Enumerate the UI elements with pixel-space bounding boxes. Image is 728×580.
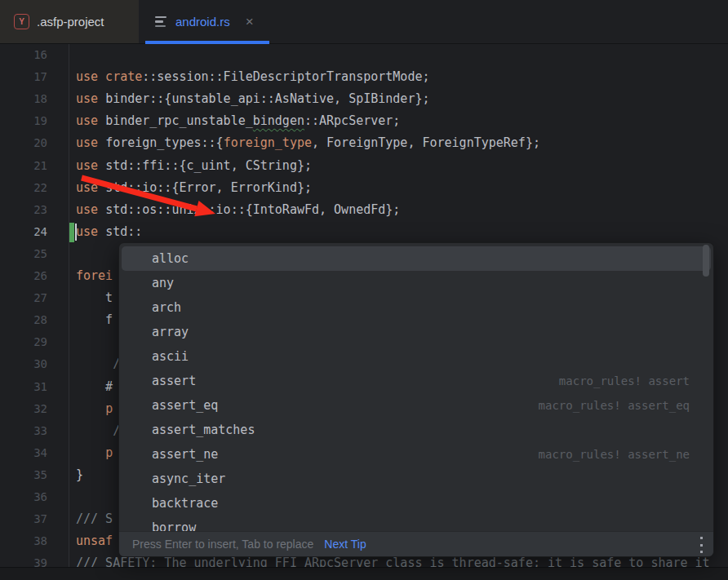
- completion-item[interactable]: f assert_eq macro_rules! assert_eq: [122, 393, 711, 418]
- completion-item-label: ascii: [152, 349, 189, 364]
- line-number: 25: [0, 243, 47, 265]
- completion-list: alloc any arch array ascii f assert macr…: [119, 243, 713, 532]
- tab-android-rs[interactable]: android.rs ×: [145, 0, 269, 43]
- code-line: 18 use binder::{unstable_api::AsNative, …: [0, 88, 728, 110]
- completion-item[interactable]: ascii: [122, 344, 711, 369]
- module-icon: [131, 350, 145, 364]
- popup-scrollbar-thumb[interactable]: [703, 245, 709, 277]
- code-segment: use: [76, 202, 105, 217]
- completion-item-label: any: [152, 276, 174, 290]
- line-code: /// S: [76, 508, 113, 530]
- module-icon: [131, 252, 145, 266]
- completion-item[interactable]: f assert_ne macro_rules! assert_ne: [122, 442, 711, 467]
- line-number: 17: [0, 66, 47, 88]
- completion-item[interactable]: any: [122, 271, 711, 295]
- completion-item[interactable]: backtrace: [122, 491, 711, 516]
- code-segment: foreign_types::{: [105, 135, 224, 150]
- module-icon: [131, 472, 145, 486]
- completion-item[interactable]: async_iter: [122, 467, 711, 491]
- line-number: 27: [0, 287, 47, 309]
- module-icon: [131, 301, 145, 315]
- line-number: 32: [0, 398, 47, 420]
- code-segment: use: [76, 180, 105, 195]
- line-number: 31: [0, 376, 47, 398]
- ide-window: Y .asfp-project android.rs × 16 17 use c…: [0, 0, 728, 580]
- completion-item-label: async_iter: [152, 472, 225, 486]
- line-code: /: [76, 353, 120, 375]
- line-code: p: [76, 398, 113, 420]
- line-number: 18: [0, 88, 47, 110]
- line-number: 37: [0, 508, 47, 530]
- footer-hint: Press Enter to insert, Tab to replace: [132, 538, 313, 551]
- code-segment: t: [76, 290, 113, 305]
- line-number: 24: [0, 221, 47, 243]
- code-segment: f: [76, 312, 113, 327]
- close-icon[interactable]: ×: [246, 15, 254, 29]
- code-segment: use: [76, 224, 105, 239]
- completion-footer: Press Enter to insert, Tab to replace Ne…: [119, 531, 713, 556]
- more-options-icon[interactable]: [699, 537, 704, 553]
- completion-item-tail: macro_rules! assert_ne: [539, 448, 690, 461]
- code-segment: std::: [105, 224, 142, 239]
- completion-item[interactable]: assert_matches: [122, 418, 711, 442]
- line-code: use std::ffi::{c_uint, CString};: [76, 155, 312, 177]
- line-code: /: [76, 420, 120, 442]
- tab-label: android.rs: [175, 15, 230, 29]
- code-segment: /// S: [76, 511, 113, 526]
- code-segment: unsaf: [76, 534, 113, 548]
- completion-item-label: assert: [152, 374, 196, 388]
- line-number: 35: [0, 464, 47, 486]
- completion-item[interactable]: alloc: [122, 246, 711, 271]
- line-code: use std::: [76, 221, 142, 243]
- line-number: 23: [0, 199, 47, 221]
- editor-tab-bar: Y .asfp-project android.rs ×: [0, 0, 728, 44]
- line-number: 28: [0, 309, 47, 331]
- code-segment: use: [76, 135, 105, 150]
- completion-item[interactable]: borrow: [122, 516, 711, 532]
- line-code: use foreign_types::{foreign_type, Foreig…: [76, 132, 540, 154]
- line-code: p: [76, 442, 113, 464]
- line-number: 30: [0, 353, 47, 375]
- code-segment: use: [76, 113, 105, 128]
- line-number: 34: [0, 442, 47, 464]
- text-caret: [75, 224, 77, 241]
- code-segment: std::ffi::{c_uint, CString};: [105, 158, 312, 173]
- line-code: unsaf: [76, 530, 113, 552]
- module-icon: [131, 497, 145, 511]
- code-line: 20 use foreign_types::{foreign_type, For…: [0, 132, 728, 154]
- line-number: 38: [0, 530, 47, 552]
- module-icon: [131, 521, 145, 533]
- code-segment: [76, 445, 105, 460]
- line-code: use crate::session::FileDescriptorTransp…: [76, 66, 429, 88]
- line-code: use std::os::unix::io::{IntoRawFd, Owned…: [76, 199, 400, 221]
- line-number: 22: [0, 177, 47, 199]
- completion-item-label: arch: [152, 300, 181, 315]
- completion-item[interactable]: arch: [122, 295, 711, 320]
- completion-item-label: backtrace: [152, 496, 218, 511]
- line-number: 21: [0, 155, 47, 177]
- line-code: t: [76, 287, 113, 309]
- completion-item[interactable]: array: [122, 320, 711, 344]
- code-segment: use crate: [76, 69, 142, 84]
- line-number: 16: [0, 44, 47, 66]
- code-segment: binder::{unstable_api::AsNative, SpIBind…: [105, 91, 429, 106]
- code-segment: /: [76, 423, 120, 438]
- line-number: 26: [0, 265, 47, 287]
- completion-item-label: assert_matches: [152, 423, 255, 437]
- completion-item-tail: macro_rules! assert: [559, 374, 690, 387]
- code-line: 24 use std::: [0, 221, 728, 243]
- completion-item[interactable]: f assert macro_rules! assert: [122, 369, 711, 393]
- code-line: 22 use std::io::{Error, ErrorKind};: [0, 177, 728, 199]
- code-segment: foreign_type: [224, 135, 312, 150]
- code-segment: bindgen: [253, 113, 304, 128]
- completion-item-label: assert_eq: [152, 398, 218, 413]
- code-segment: }: [76, 467, 83, 482]
- yaml-file-icon: Y: [14, 14, 29, 29]
- completion-popup: alloc any arch array ascii f assert macr…: [118, 242, 714, 557]
- code-segment: use: [76, 91, 105, 106]
- tab-asfp-project[interactable]: Y .asfp-project: [0, 0, 139, 43]
- rust-file-icon: [155, 16, 168, 28]
- line-code: #: [76, 376, 113, 398]
- macro-icon: f: [131, 374, 145, 388]
- next-tip-link[interactable]: Next Tip: [324, 538, 366, 551]
